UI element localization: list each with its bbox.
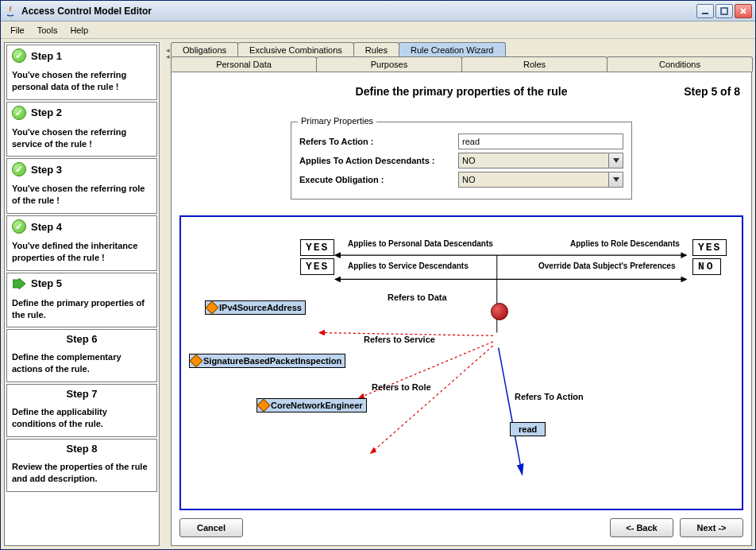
descendants-label: Applies To Action Descendants : bbox=[299, 156, 458, 165]
step-desc: Review the properties of the rule and ad… bbox=[7, 458, 156, 491]
label-ov-desc: Override Data Subject's Preferences bbox=[538, 261, 675, 270]
chevron-down-icon bbox=[608, 172, 623, 187]
label-rd-desc: Applies to Role Descendants bbox=[570, 239, 680, 248]
check-icon: ✓ bbox=[12, 48, 26, 63]
node-data[interactable]: IPv4SourceAddress bbox=[205, 300, 306, 315]
diamond-icon bbox=[257, 399, 271, 412]
edge-role-label: Refers to Role bbox=[372, 382, 431, 392]
check-icon: ✓ bbox=[12, 219, 26, 234]
menu-file[interactable]: File bbox=[4, 24, 31, 37]
titlebar: Access Control Model Editor bbox=[1, 1, 755, 21]
step-title: Step 3 bbox=[31, 164, 62, 176]
step-desc: Define the complementary actions of the … bbox=[7, 348, 156, 382]
step-desc: Define the applicability conditions of t… bbox=[7, 403, 156, 436]
svg-rect-0 bbox=[702, 13, 708, 14]
window-title: Access Control Model Editor bbox=[21, 6, 696, 17]
edge-service-label: Refers to Service bbox=[364, 335, 435, 344]
menubar: File Tools Help bbox=[1, 21, 755, 39]
tab-rule-creation-wizard[interactable]: Rule Creation Wizard bbox=[399, 42, 506, 57]
step-title: Step 4 bbox=[31, 221, 62, 233]
maximize-button[interactable] bbox=[716, 4, 733, 18]
node-action[interactable]: read bbox=[510, 422, 546, 436]
step-desc: You've chosen the referring personal dat… bbox=[7, 66, 156, 99]
wizard-content: Define the primary properties of the rul… bbox=[171, 72, 752, 546]
minimize-button[interactable] bbox=[696, 4, 714, 18]
subtab-roles[interactable]: Roles bbox=[461, 56, 608, 72]
rule-diagram: YES YES YES NO Applies to Personal Data … bbox=[179, 215, 743, 510]
obligation-select[interactable]: NO bbox=[458, 172, 623, 188]
diamond-icon bbox=[190, 354, 203, 368]
label-pd-desc: Applies to Personal Data Descendants bbox=[348, 239, 493, 248]
action-label: Refers To Action : bbox=[299, 137, 458, 146]
page-heading: Define the primary properties of the rul… bbox=[356, 85, 568, 98]
node-service[interactable]: SignatureBasedPacketInspection bbox=[189, 354, 345, 368]
tabrow-bottom: Personal DataPurposesRolesConditions bbox=[171, 56, 752, 72]
yn-left-bottom: YES bbox=[300, 258, 334, 275]
rule-center-node bbox=[491, 303, 508, 320]
obligation-label: Execute Obligation : bbox=[299, 175, 458, 184]
descendants-select[interactable]: NO bbox=[458, 153, 623, 168]
step-title: Step 2 bbox=[31, 107, 62, 118]
group-legend: Primary Properties bbox=[298, 116, 376, 126]
edge-data-label: Refers to Data bbox=[388, 292, 447, 302]
step-desc: Define the primary properties of the rul… bbox=[7, 294, 156, 327]
step-title: Step 5 bbox=[31, 277, 62, 289]
step-title: Step 7 bbox=[66, 388, 97, 400]
diamond-icon bbox=[206, 301, 219, 315]
arrow-right-icon bbox=[12, 277, 26, 291]
step-title: Step 6 bbox=[66, 333, 97, 345]
splitter-handle[interactable]: ◂◂ bbox=[163, 39, 171, 549]
close-button[interactable] bbox=[735, 4, 752, 18]
subtab-purposes[interactable]: Purposes bbox=[316, 56, 462, 72]
step-desc: You've defined the inheritance propertie… bbox=[7, 237, 156, 270]
check-icon: ✓ bbox=[12, 106, 26, 120]
tab-obligations[interactable]: Obligations bbox=[171, 42, 238, 57]
yn-left-top: YES bbox=[300, 239, 334, 256]
obligation-value: NO bbox=[462, 175, 476, 184]
step-indicator: Step 5 of 8 bbox=[684, 85, 740, 98]
subtab-personal-data[interactable]: Personal Data bbox=[171, 56, 317, 72]
tab-rules[interactable]: Rules bbox=[353, 42, 399, 57]
primary-properties-group: Primary Properties Refers To Action : Ap… bbox=[291, 122, 632, 199]
svg-marker-6 bbox=[613, 177, 619, 182]
wizard-step-3[interactable]: ✓Step 3You've chosen the referring role … bbox=[6, 158, 157, 214]
edge-action-label: Refers To Action bbox=[515, 392, 584, 401]
step-title: Step 8 bbox=[66, 443, 97, 455]
label-sd-desc: Applies to Service Descendants bbox=[348, 261, 469, 270]
wizard-steps-sidebar: ✓Step 1You've chosen the referring perso… bbox=[4, 42, 160, 546]
wizard-step-5[interactable]: Step 5Define the primary properties of t… bbox=[6, 273, 157, 328]
wizard-button-bar: Cancel <- Back Next -> bbox=[179, 518, 743, 537]
wizard-step-8[interactable]: Step 8Review the properties of the rule … bbox=[6, 439, 157, 492]
wizard-step-1[interactable]: ✓Step 1You've chosen the referring perso… bbox=[6, 45, 157, 100]
svg-rect-1 bbox=[721, 8, 727, 14]
svg-marker-5 bbox=[613, 158, 619, 163]
svg-line-15 bbox=[499, 348, 523, 474]
main-panel: ObligationsExclusive CombinationsRulesRu… bbox=[171, 42, 752, 546]
menu-help[interactable]: Help bbox=[64, 24, 94, 37]
check-icon: ✓ bbox=[12, 162, 26, 176]
descendants-value: NO bbox=[462, 156, 476, 165]
svg-line-14 bbox=[371, 346, 493, 453]
subtab-conditions[interactable]: Conditions bbox=[607, 56, 753, 72]
java-app-icon bbox=[4, 5, 17, 17]
svg-marker-4 bbox=[13, 278, 25, 289]
tab-exclusive-combinations[interactable]: Exclusive Combinations bbox=[237, 42, 354, 57]
action-input[interactable] bbox=[458, 134, 623, 149]
yn-right-top: YES bbox=[692, 239, 727, 256]
wizard-step-2[interactable]: ✓Step 2You've chosen the referring servi… bbox=[6, 102, 157, 157]
tabrow-top: ObligationsExclusive CombinationsRulesRu… bbox=[171, 42, 752, 57]
chevron-down-icon bbox=[608, 153, 623, 168]
menu-tools[interactable]: Tools bbox=[31, 24, 64, 37]
back-button[interactable]: <- Back bbox=[610, 518, 673, 537]
wizard-step-6[interactable]: Step 6Define the complementary actions o… bbox=[6, 329, 157, 382]
wizard-step-7[interactable]: Step 7Define the applicability condition… bbox=[6, 384, 157, 437]
step-title: Step 1 bbox=[31, 50, 62, 62]
wizard-step-4[interactable]: ✓Step 4You've defined the inheritance pr… bbox=[6, 215, 157, 271]
node-role[interactable]: CoreNetworkEngineer bbox=[256, 398, 367, 412]
app-window: Access Control Model Editor File Tools H… bbox=[0, 0, 756, 550]
cancel-button[interactable]: Cancel bbox=[179, 518, 243, 537]
step-desc: You've chosen the referring service of t… bbox=[7, 123, 156, 157]
next-button[interactable]: Next -> bbox=[680, 518, 743, 537]
yn-right-bottom: NO bbox=[692, 258, 721, 275]
step-desc: You've chosen the referring role of the … bbox=[7, 180, 156, 213]
